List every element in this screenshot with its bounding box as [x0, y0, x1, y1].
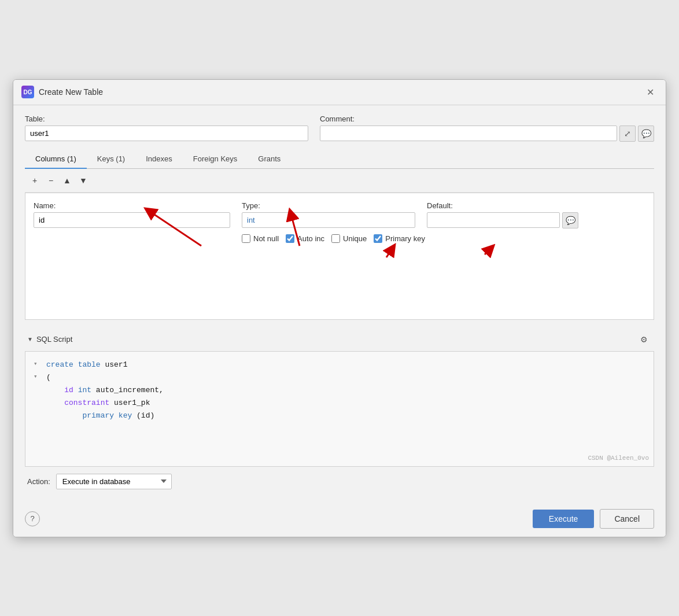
app-icon: DG — [21, 86, 34, 98]
columns-fields-row: Name: Type: Default: 💬 — [34, 201, 645, 228]
column-name-input[interactable] — [34, 212, 230, 228]
sql-editor: ▾ create table user1 ▾ ( id — [25, 351, 654, 467]
primary-key-checkbox-item: Primary key — [374, 234, 425, 243]
action-row: Action: Execute in database Save to file… — [25, 467, 654, 494]
sql-gutter-2: ▾ — [34, 371, 42, 382]
sql-line-3: id int auto_increment, — [34, 384, 645, 397]
create-table-dialog: DG Create New Table ✕ Table: Comment: ⤢ — [13, 79, 666, 537]
tab-foreign-keys[interactable]: Foreign Keys — [183, 150, 248, 169]
primary-key-checkbox[interactable] — [374, 234, 382, 243]
name-label: Name: — [34, 201, 230, 210]
table-name-group: Table: — [25, 115, 308, 142]
not-null-checkbox-item: Not null — [242, 234, 279, 243]
close-button[interactable]: ✕ — [643, 86, 658, 99]
dialog-title: Create New Table — [39, 87, 103, 97]
sql-settings-button[interactable]: ⚙ — [636, 331, 652, 348]
sql-gutter-1: ▾ — [34, 359, 42, 370]
table-name-input[interactable] — [25, 126, 308, 141]
sql-title: SQL Script — [36, 335, 72, 344]
form-top-row: Table: Comment: ⤢ 💬 — [25, 115, 654, 142]
sql-primary: primary — [82, 410, 114, 422]
unique-label: Unique — [343, 234, 367, 243]
cancel-button[interactable]: Cancel — [600, 509, 654, 529]
tab-keys[interactable]: Keys (1) — [87, 150, 135, 169]
remove-column-button[interactable]: − — [43, 174, 58, 187]
sql-section: ▼ SQL Script ⚙ ▾ create table user1 — [25, 328, 654, 467]
auto-inc-checkbox-item: Auto inc — [286, 234, 324, 243]
name-field-group: Name: — [34, 201, 230, 228]
table-label: Table: — [25, 115, 308, 123]
default-bubble-icon: 💬 — [566, 216, 575, 225]
dialog-body: Table: Comment: ⤢ 💬 Columns (1) Keys — [13, 105, 666, 503]
type-label: Type: — [242, 201, 415, 210]
bottom-bar: ? Execute Cancel — [13, 503, 666, 537]
default-field-group: Default: 💬 — [427, 201, 589, 228]
sql-header-left: ▼ SQL Script — [27, 335, 72, 344]
tabs-bar: Columns (1) Keys (1) Indexes Foreign Key… — [25, 150, 654, 169]
comment-bubble-button[interactable]: 💬 — [638, 126, 654, 142]
comment-group: Comment: ⤢ 💬 — [320, 115, 654, 142]
help-button[interactable]: ? — [25, 511, 40, 526]
checkboxes-row: Not null Auto inc Unique Primary key — [34, 234, 645, 243]
move-up-button[interactable]: ▲ — [60, 174, 75, 187]
action-label: Action: — [27, 477, 50, 486]
not-null-label: Not null — [253, 234, 279, 243]
sql-line-1: ▾ create table user1 — [34, 359, 645, 371]
column-default-input[interactable] — [427, 212, 560, 228]
tab-grants[interactable]: Grants — [248, 150, 291, 169]
title-bar-left: DG Create New Table — [21, 86, 103, 98]
comment-row: ⤢ 💬 — [320, 126, 654, 142]
execute-button[interactable]: Execute — [533, 510, 595, 528]
expand-icon: ⤢ — [624, 129, 631, 138]
comment-label: Comment: — [320, 115, 654, 123]
type-field-group: Type: — [242, 201, 415, 228]
add-column-button[interactable]: + — [27, 174, 42, 187]
default-label: Default: — [427, 201, 589, 210]
comment-input[interactable] — [320, 126, 617, 141]
comment-expand-button[interactable]: ⤢ — [619, 126, 636, 142]
unique-checkbox-item: Unique — [331, 234, 367, 243]
sql-line-4: constraint user1_pk — [34, 397, 645, 410]
sql-constraint: constraint — [64, 397, 109, 410]
columns-toolbar: + − ▲ ▼ — [25, 169, 654, 193]
sql-id: id — [64, 384, 73, 397]
sql-kw-table: table — [78, 359, 101, 371]
sql-line-5: primary key (id) — [34, 410, 645, 422]
help-icon: ? — [30, 514, 34, 523]
columns-panel: Name: Type: Default: 💬 — [25, 193, 654, 320]
sql-key: key — [119, 410, 132, 422]
primary-key-label: Primary key — [385, 234, 425, 243]
action-buttons: Execute Cancel — [533, 509, 654, 529]
tab-indexes[interactable]: Indexes — [135, 150, 183, 169]
default-input-row: 💬 — [427, 212, 589, 228]
watermark: CSDN @Aileen_0vo — [588, 453, 649, 464]
sql-header: ▼ SQL Script ⚙ — [25, 328, 654, 351]
sql-collapse-arrow[interactable]: ▼ — [27, 336, 33, 342]
title-bar: DG Create New Table ✕ — [13, 80, 666, 105]
move-down-button[interactable]: ▼ — [76, 174, 91, 187]
action-select[interactable]: Execute in database Save to file Copy to… — [56, 474, 172, 489]
bubble-icon: 💬 — [641, 129, 651, 138]
column-type-input[interactable] — [242, 212, 415, 228]
default-bubble-button[interactable]: 💬 — [562, 212, 578, 228]
unique-checkbox[interactable] — [331, 234, 340, 243]
sql-int: int — [78, 384, 91, 397]
sql-kw-create: create — [46, 359, 73, 371]
not-null-checkbox[interactable] — [242, 234, 250, 243]
gear-icon: ⚙ — [640, 335, 648, 344]
auto-inc-checkbox[interactable] — [286, 234, 294, 243]
sql-line-2: ▾ ( — [34, 371, 645, 384]
tab-columns[interactable]: Columns (1) — [25, 150, 87, 169]
auto-inc-label: Auto inc — [297, 234, 324, 243]
